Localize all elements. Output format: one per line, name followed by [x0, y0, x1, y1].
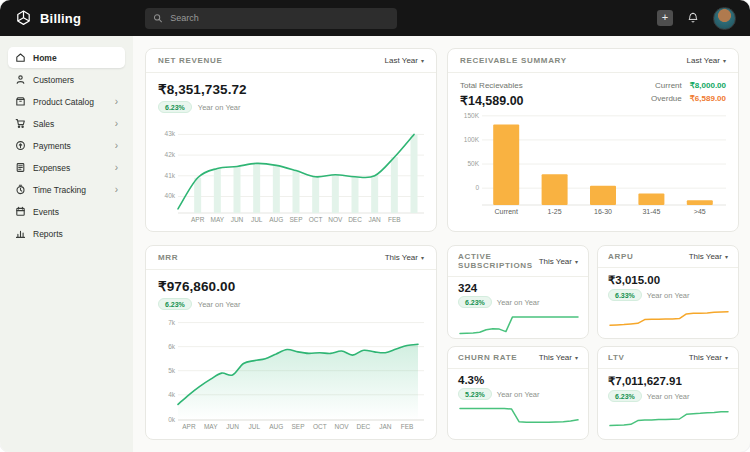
sidebar-item-product-catalog[interactable]: Product Catalog ›	[8, 91, 125, 112]
total-receivables-value: ₹14,589.00	[460, 93, 524, 108]
brand: Billing	[14, 9, 133, 28]
yoy-badge: 6.23%	[608, 390, 642, 402]
sidebar-item-sales[interactable]: Sales ›	[8, 113, 125, 134]
chevron-down-icon: ▾	[723, 57, 726, 64]
svg-text:MAY: MAY	[211, 216, 225, 223]
svg-text:41k: 41k	[165, 172, 176, 179]
churn-rate-value: 4.3%	[458, 374, 578, 386]
active-subscriptions-value: 324	[458, 282, 578, 294]
dashboard: NET REVENUE Last Year▾ ₹8,351,735.72 6.2…	[133, 36, 750, 452]
churn-rate-card: CHURN RATE This Year▾ 4.3% 5.23% Year on…	[447, 346, 589, 440]
sidebar-item-label: Reports	[33, 229, 118, 239]
yoy-badge: 5.23%	[458, 388, 492, 400]
home-icon	[15, 52, 26, 63]
svg-text:16-30: 16-30	[594, 208, 612, 215]
chevron-down-icon: ▾	[725, 253, 728, 260]
period-select[interactable]: This Year▾	[689, 353, 728, 362]
chevron-right-icon: ›	[115, 119, 118, 129]
arpu-value: ₹3,015.00	[608, 273, 728, 287]
yoy-caption: Year on Year	[198, 300, 241, 309]
sidebar-item-reports[interactable]: Reports	[8, 223, 125, 244]
chevron-down-icon: ▾	[725, 354, 728, 361]
net-revenue-card: NET REVENUE Last Year▾ ₹8,351,735.72 6.2…	[145, 48, 437, 232]
create-new-button[interactable]: +	[657, 10, 673, 26]
svg-text:APR: APR	[182, 423, 196, 430]
ltv-card: LTV This Year▾ ₹7,011,627.91 6.23% Year …	[597, 346, 739, 440]
svg-text:5k: 5k	[168, 367, 176, 374]
search-icon	[153, 13, 162, 23]
period-select[interactable]: This Year▾	[539, 353, 578, 362]
svg-text:AUG: AUG	[269, 423, 283, 430]
yoy-badge: 6.33%	[608, 289, 642, 301]
user-avatar[interactable]	[713, 7, 736, 30]
notifications-bell-icon[interactable]	[687, 12, 699, 24]
yoy-caption: Year on Year	[497, 298, 540, 307]
active-subscriptions-sparkline	[458, 312, 580, 338]
card-title: CHURN RATE	[458, 353, 517, 362]
arpu-sparkline	[608, 305, 730, 331]
svg-text:150K: 150K	[464, 112, 480, 119]
svg-text:JUL: JUL	[249, 423, 261, 430]
period-select[interactable]: Last Year▾	[385, 56, 424, 65]
chevron-right-icon: ›	[115, 141, 118, 151]
svg-text:JUN: JUN	[226, 423, 239, 430]
search-input[interactable]	[168, 12, 389, 24]
sidebar-item-payments[interactable]: Payments ›	[8, 135, 125, 156]
chevron-right-icon: ›	[115, 163, 118, 173]
current-value: ₹8,000.00	[690, 81, 726, 90]
ltv-sparkline	[608, 406, 730, 432]
period-select[interactable]: This Year▾	[689, 252, 728, 261]
total-receivables-label: Total Recievables	[460, 81, 524, 90]
period-select[interactable]: Last Year▾	[687, 56, 726, 65]
time-tracking-clock-icon	[15, 184, 26, 195]
svg-text:OCT: OCT	[313, 423, 327, 430]
sidebar-item-customers[interactable]: Customers	[8, 69, 125, 90]
customers-icon	[15, 74, 26, 85]
card-title: MRR	[158, 253, 178, 262]
svg-text:NOV: NOV	[328, 216, 343, 223]
svg-text:0: 0	[475, 184, 479, 191]
yoy-caption: Year on Year	[198, 103, 241, 112]
sidebar-item-home[interactable]: Home	[8, 47, 125, 68]
period-select[interactable]: This Year▾	[385, 253, 424, 262]
card-title: LTV	[608, 353, 625, 362]
sidebar-item-time-tracking[interactable]: Time Tracking ›	[8, 179, 125, 200]
net-revenue-value: ₹8,351,735.72	[158, 81, 424, 97]
active-subscriptions-card: ACTIVE SUBSCRIPTIONS This Year▾ 324 6.23…	[447, 245, 589, 339]
payments-icon	[15, 140, 26, 151]
search-bar[interactable]	[145, 8, 397, 29]
app-title: Billing	[40, 11, 81, 26]
overdue-label: Overdue	[651, 94, 682, 103]
arpu-card: ARPU This Year▾ ₹3,015.00 6.33% Year on …	[597, 245, 739, 339]
expenses-receipt-icon	[15, 162, 26, 173]
sidebar-item-label: Home	[33, 53, 118, 63]
mrr-chart: 7k6k5k4k0kAPRMAYJUNJULAUGSEPOCTNOVDECJAN…	[158, 313, 426, 431]
yoy-caption: Year on Year	[647, 291, 690, 300]
sidebar-item-label: Product Catalog	[33, 97, 108, 107]
chevron-down-icon: ▾	[575, 354, 578, 361]
sidebar-item-label: Customers	[33, 75, 118, 85]
card-title: NET REVENUE	[158, 56, 223, 65]
sidebar-item-events[interactable]: Events	[8, 201, 125, 222]
svg-text:31-45: 31-45	[642, 208, 660, 215]
svg-text:0k: 0k	[168, 416, 176, 423]
svg-text:42k: 42k	[165, 151, 176, 158]
sidebar-item-expenses[interactable]: Expenses ›	[8, 157, 125, 178]
events-calendar-icon	[15, 206, 26, 217]
yoy-caption: Year on Year	[647, 392, 690, 401]
sidebar-item-label: Expenses	[33, 163, 108, 173]
svg-text:SEP: SEP	[289, 216, 302, 223]
svg-text:50K: 50K	[467, 160, 479, 167]
svg-text:JAN: JAN	[379, 423, 392, 430]
period-select[interactable]: This Year▾	[539, 257, 578, 266]
app-window: Billing + Home	[0, 0, 750, 452]
sidebar-item-label: Events	[33, 207, 118, 217]
svg-text:MAY: MAY	[204, 423, 218, 430]
topbar-actions: +	[657, 7, 736, 30]
svg-text:FEB: FEB	[388, 216, 401, 223]
svg-text:AUG: AUG	[269, 216, 283, 223]
svg-text:DEC: DEC	[357, 423, 371, 430]
chevron-down-icon: ▾	[421, 57, 424, 64]
churn-rate-sparkline	[458, 404, 580, 430]
svg-text:JAN: JAN	[369, 216, 382, 223]
